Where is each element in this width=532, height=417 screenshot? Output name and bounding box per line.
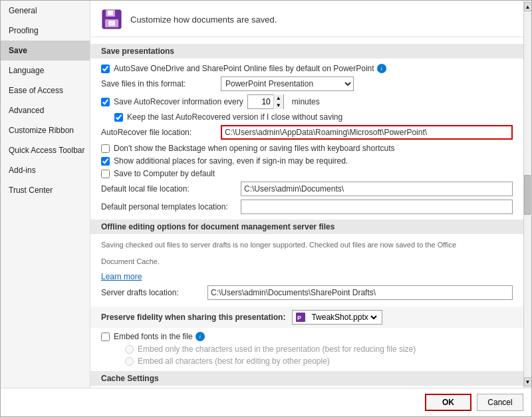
embed-all-label: Embed all characters (best for editing b… [138, 356, 330, 366]
main-header: Customize how documents are saved. [90, 1, 523, 37]
preserve-fidelity-row: Preserve fidelity when sharing this pres… [90, 307, 523, 328]
default-personal-label: Default personal templates location: [101, 202, 241, 211]
learn-more-row: Learn more [101, 272, 513, 281]
autosave-row: AutoSave OneDrive and SharePoint Online … [101, 64, 513, 73]
default-local-input[interactable] [241, 182, 513, 196]
offline-desc-line2: Document Cache. [101, 256, 513, 267]
sidebar-item-language[interactable]: Language [1, 61, 90, 80]
preserve-file-select-wrap: P TweakShot.pptx [292, 310, 382, 325]
server-drafts-label: Server drafts location: [101, 288, 207, 297]
powerpoint-file-icon: P [295, 312, 306, 323]
show-places-row: Show additional places for saving, even … [101, 156, 513, 166]
offline-description: Saving checked out files to server draft… [101, 239, 513, 267]
autosave-checkbox[interactable] [101, 65, 110, 73]
sidebar-item-customize-ribbon[interactable]: Customize Ribbon [1, 120, 90, 140]
scrollbar-up-arrow[interactable]: ▲ [524, 2, 532, 11]
dialog-body: General Proofing Save Language Ease of A… [1, 1, 531, 388]
no-backstage-row: Don't show the Backstage when opening or… [101, 144, 513, 153]
spinner-down-button[interactable]: ▼ [274, 102, 283, 109]
options-dialog: General Proofing Save Language Ease of A… [0, 0, 532, 417]
svg-rect-2 [108, 11, 113, 15]
keep-last-row: Keep the last AutoRecovered version if I… [114, 112, 513, 122]
autorecover-location-label: AutoRecover file location: [101, 128, 221, 137]
autorecover-label: Save AutoRecover information every [114, 97, 243, 106]
keep-last-checkbox[interactable] [114, 113, 123, 122]
dialog-footer: OK Cancel [1, 388, 531, 416]
no-backstage-checkbox[interactable] [101, 144, 110, 153]
autorecover-spinner: ▲ ▼ [247, 94, 284, 109]
section-offline-editing: Offline editing options for document man… [90, 219, 523, 234]
autorecover-checkbox[interactable] [101, 98, 110, 106]
section-save-presentations: Save presentations [90, 44, 523, 59]
save-to-computer-label: Save to Computer by default [114, 169, 215, 178]
default-local-row: Default local file location: [101, 182, 513, 196]
cancel-button[interactable]: Cancel [477, 394, 523, 411]
sidebar-item-ease-of-access[interactable]: Ease of Access [1, 80, 90, 100]
show-places-label: Show additional places for saving, even … [114, 156, 348, 166]
default-personal-input[interactable] [241, 200, 513, 214]
embed-all-row: Embed all characters (best for editing b… [125, 356, 513, 366]
embed-all-radio [125, 357, 134, 366]
default-local-label: Default local file location: [101, 184, 241, 194]
embed-fonts-row: Embed fonts in the file i [101, 332, 513, 341]
server-drafts-input[interactable] [207, 285, 513, 300]
save-format-select[interactable]: PowerPoint Presentation [221, 76, 354, 91]
keep-last-label: Keep the last AutoRecovered version if I… [127, 112, 342, 122]
save-document-icon [101, 9, 122, 30]
section-cache-settings: Cache Settings [90, 371, 523, 386]
default-personal-row: Default personal templates location: [101, 200, 513, 214]
server-drafts-row: Server drafts location: [101, 285, 513, 300]
offline-desc-line1: Saving checked out files to server draft… [101, 239, 513, 251]
autorecover-value-input[interactable] [248, 95, 273, 108]
sidebar-item-trust-center[interactable]: Trust Center [1, 180, 90, 200]
sidebar: General Proofing Save Language Ease of A… [1, 1, 90, 388]
sidebar-item-general[interactable]: General [1, 1, 90, 21]
autorecover-location-row: AutoRecover file location: [101, 125, 513, 140]
sidebar-item-add-ins[interactable]: Add-ins [1, 160, 90, 180]
embed-fonts-label: Embed fonts in the file [114, 332, 193, 341]
sidebar-item-save[interactable]: Save [1, 41, 90, 61]
main-scroll-area[interactable]: Save presentations AutoSave OneDrive and… [90, 37, 523, 388]
autorecover-location-input[interactable] [221, 125, 513, 140]
preserve-fidelity-label: Preserve fidelity when sharing this pres… [101, 313, 285, 322]
scrollbar-thumb[interactable] [524, 175, 531, 215]
scrollbar-down-arrow[interactable]: ▼ [524, 377, 532, 386]
main-content: Customize how documents are saved. Save … [90, 1, 523, 388]
embed-only-row: Embed only the characters used in the pr… [125, 345, 513, 354]
embed-fonts-info-icon[interactable]: i [196, 332, 205, 341]
embed-fonts-checkbox[interactable] [101, 333, 110, 341]
sidebar-item-proofing[interactable]: Proofing [1, 21, 90, 41]
learn-more-link[interactable]: Learn more [101, 272, 142, 281]
spinner-buttons: ▲ ▼ [273, 94, 283, 109]
autosave-info-icon[interactable]: i [377, 64, 386, 73]
show-places-checkbox[interactable] [101, 157, 110, 166]
save-to-computer-checkbox[interactable] [101, 170, 110, 178]
svg-rect-4 [108, 21, 115, 26]
svg-text:P: P [297, 315, 301, 321]
preserve-file-dropdown[interactable]: TweakShot.pptx [309, 312, 379, 323]
sidebar-item-advanced[interactable]: Advanced [1, 100, 90, 120]
page-title: Customize how documents are saved. [130, 15, 277, 25]
embed-only-label: Embed only the characters used in the pr… [138, 345, 416, 354]
sidebar-item-quick-access-toolbar[interactable]: Quick Access Toolbar [1, 140, 90, 160]
scrollbar: ▲ ▼ [523, 1, 531, 388]
no-backstage-label: Don't show the Backstage when opening or… [114, 144, 395, 153]
save-to-computer-row: Save to Computer by default [101, 169, 513, 178]
minutes-label: minutes [292, 97, 320, 106]
autorecover-row: Save AutoRecover information every ▲ ▼ m… [101, 94, 513, 109]
spinner-up-button[interactable]: ▲ [274, 94, 283, 102]
embed-only-radio [125, 345, 134, 354]
ok-button[interactable]: OK [425, 394, 471, 411]
save-format-label: Save files in this format: [101, 79, 221, 88]
autosave-label: AutoSave OneDrive and SharePoint Online … [114, 64, 374, 73]
save-format-row: Save files in this format: PowerPoint Pr… [101, 76, 513, 91]
